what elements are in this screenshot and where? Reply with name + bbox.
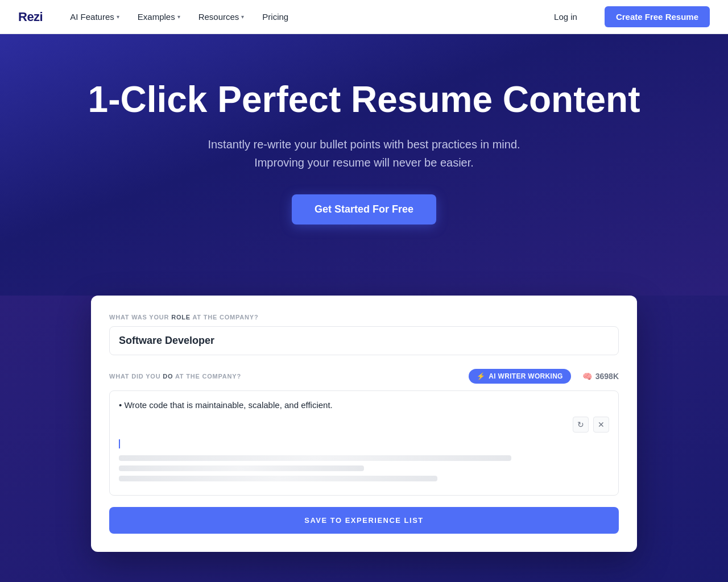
nav-ai-features-label: AI Features xyxy=(70,12,114,22)
nav-pricing[interactable]: Pricing xyxy=(262,12,288,22)
nav-examples[interactable]: Examples ▾ xyxy=(138,12,180,22)
nav-ai-features[interactable]: AI Features ▾ xyxy=(70,12,119,22)
role-field-label: WHAT WAS YOUR ROLE AT THE COMPANY? xyxy=(109,314,619,321)
hero-subtitle: Instantly re-write your bullet points wi… xyxy=(18,135,710,172)
navbar: Rezi AI Features ▾ Examples ▾ Resources … xyxy=(0,0,728,34)
skeleton-line xyxy=(119,465,364,471)
ai-writer-badge: ⚡ AI WRITER WORKING xyxy=(469,369,571,384)
ai-badge-label: AI WRITER WORKING xyxy=(489,372,562,380)
hero-subtitle-line2: Improving your resume will never be easi… xyxy=(254,156,474,169)
badge-group: ⚡ AI WRITER WORKING 🧠 3698K xyxy=(469,369,619,384)
close-icon[interactable]: ✕ xyxy=(593,417,609,433)
textarea-controls: ↻ ✕ xyxy=(119,417,609,433)
content-textarea[interactable]: • Wrote code that is maintainable, scala… xyxy=(109,390,619,496)
hero-section: 1-Click Perfect Resume Content Instantly… xyxy=(0,34,728,296)
role-input[interactable]: Software Developer xyxy=(109,326,619,355)
chevron-down-icon: ▾ xyxy=(177,14,180,20)
nav-pricing-label: Pricing xyxy=(262,12,288,22)
what-did-you-do-header: WHAT DID YOU DO AT THE COMPANY? ⚡ AI WRI… xyxy=(109,369,619,384)
token-badge: 🧠 3698K xyxy=(582,372,619,381)
get-started-button[interactable]: Get Started For Free xyxy=(292,194,436,225)
skeleton-line xyxy=(119,476,437,481)
hero-subtitle-line1: Instantly re-write your bullet points wi… xyxy=(208,138,520,151)
demo-section: WHAT WAS YOUR ROLE AT THE COMPANY? Softw… xyxy=(0,296,728,582)
login-button[interactable]: Log in xyxy=(545,7,586,26)
refresh-icon[interactable]: ↻ xyxy=(573,417,589,433)
did-field-label: WHAT DID YOU DO AT THE COMPANY? xyxy=(109,373,241,380)
bolt-icon: ⚡ xyxy=(477,372,485,380)
nav-examples-label: Examples xyxy=(138,12,175,22)
nav-resources[interactable]: Resources ▾ xyxy=(198,12,245,22)
brand-logo[interactable]: Rezi xyxy=(18,10,43,24)
cursor xyxy=(119,439,120,448)
hero-title: 1-Click Perfect Resume Content xyxy=(18,80,710,119)
create-resume-button[interactable]: Create Free Resume xyxy=(605,6,710,27)
chevron-down-icon: ▾ xyxy=(117,14,119,20)
bullet-text: • Wrote code that is maintainable, scala… xyxy=(119,400,609,410)
skeleton-line xyxy=(119,455,511,461)
chevron-down-icon: ▾ xyxy=(241,14,244,20)
demo-card: WHAT WAS YOUR ROLE AT THE COMPANY? Softw… xyxy=(91,296,637,552)
skeleton-lines xyxy=(119,455,609,481)
save-to-experience-button[interactable]: SAVE TO EXPERIENCE LIST xyxy=(109,507,619,534)
token-count: 3698K xyxy=(595,372,619,381)
brain-icon: 🧠 xyxy=(582,372,592,381)
nav-resources-label: Resources xyxy=(198,12,239,22)
